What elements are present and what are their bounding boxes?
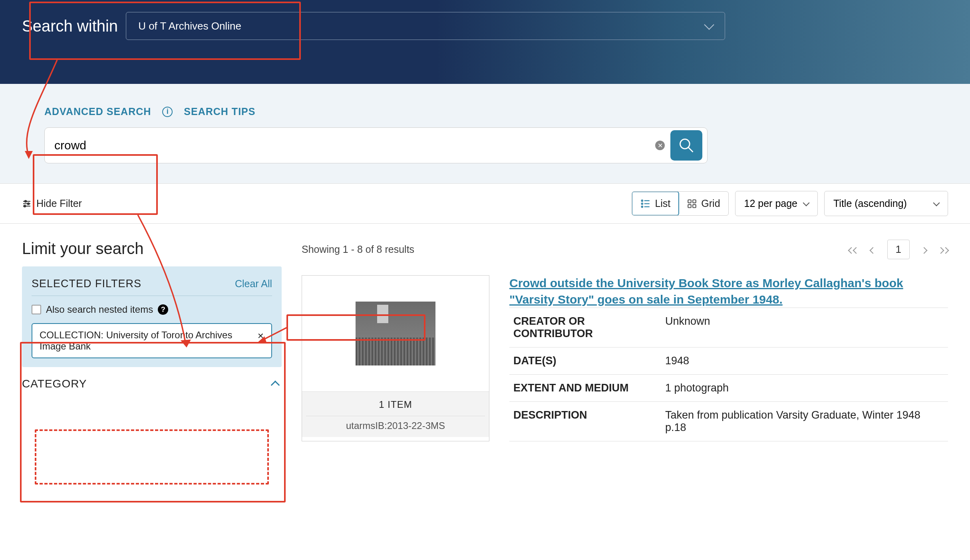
result-title-link[interactable]: Crowd outside the University Book Store … — [509, 276, 903, 306]
per-page-label: 12 per page — [744, 198, 797, 209]
chevron-down-icon — [704, 20, 714, 30]
list-icon — [640, 199, 651, 209]
svg-rect-15 — [693, 200, 696, 203]
pager-prev[interactable] — [871, 243, 875, 256]
pager-first[interactable] — [849, 243, 859, 256]
chevron-up-icon — [271, 381, 280, 390]
meta-row: CREATOR OR CONTRIBUTOR Unknown — [509, 308, 948, 348]
item-ref-id: utarmsIB:2013-22-3MS — [306, 420, 485, 431]
hide-filter-label: Hide Filter — [36, 198, 82, 209]
svg-point-0 — [680, 139, 690, 149]
svg-rect-14 — [688, 200, 692, 203]
view-list-button[interactable]: List — [632, 191, 679, 216]
pager-last[interactable] — [938, 243, 948, 256]
results-count: Showing 1 - 8 of 8 results — [302, 244, 414, 255]
svg-point-8 — [642, 200, 643, 201]
search-box: ✕ — [44, 127, 708, 163]
result-row: 1 ITEM utarmsIB:2013-22-3MS Crowd outsid… — [302, 275, 948, 441]
meta-row: DATE(S) 1948 — [509, 348, 948, 375]
search-input[interactable] — [54, 139, 655, 152]
nested-items-checkbox[interactable] — [32, 305, 41, 314]
limit-search-heading: Limit your search — [22, 240, 282, 258]
search-tips-link[interactable]: SEARCH TIPS — [184, 106, 255, 117]
per-page-select[interactable]: 12 per page — [735, 191, 818, 216]
view-grid-label: Grid — [701, 198, 720, 209]
svg-rect-17 — [693, 205, 696, 208]
chevron-down-icon — [933, 199, 940, 206]
clear-search-icon[interactable]: ✕ — [655, 141, 665, 150]
pagination: 1 — [849, 240, 948, 259]
view-grid-button[interactable]: Grid — [679, 192, 728, 215]
help-icon[interactable]: ? — [158, 304, 168, 315]
meta-key: CREATOR OR CONTRIBUTOR — [509, 308, 661, 348]
filter-chip-text: COLLECTION: University of Toronto Archiv… — [40, 330, 253, 352]
sort-select[interactable]: Title (ascending) — [824, 191, 948, 216]
search-button[interactable] — [670, 130, 702, 161]
svg-point-12 — [642, 206, 643, 207]
clear-all-link[interactable]: Clear All — [235, 278, 272, 290]
meta-value: 1 photograph — [661, 375, 948, 402]
facet-category-header[interactable]: CATEGORY — [22, 367, 282, 394]
result-thumbnail-card[interactable]: 1 ITEM utarmsIB:2013-22-3MS — [302, 275, 489, 441]
meta-key: DESCRIPTION — [509, 402, 661, 441]
meta-key: DATE(S) — [509, 348, 661, 375]
meta-value: Unknown — [661, 308, 948, 348]
svg-line-1 — [689, 148, 693, 152]
search-within-select[interactable]: U of T Archives Online — [126, 12, 725, 40]
remove-filter-icon[interactable]: ✕ — [257, 331, 264, 341]
filter-chip-collection: COLLECTION: University of Toronto Archiv… — [32, 323, 272, 358]
facet-category-label: CATEGORY — [22, 377, 87, 390]
chevron-down-icon — [803, 199, 810, 206]
meta-row: EXTENT AND MEDIUM 1 photograph — [509, 375, 948, 402]
advanced-search-link[interactable]: ADVANCED SEARCH — [44, 106, 151, 117]
selected-filters-panel: SELECTED FILTERS Clear All Also search n… — [22, 266, 282, 367]
meta-value: Taken from publication Varsity Graduate,… — [661, 402, 948, 441]
pager-next[interactable] — [922, 243, 926, 256]
hide-filter-button[interactable]: Hide Filter — [22, 198, 82, 209]
meta-row: DESCRIPTION Taken from publication Varsi… — [509, 402, 948, 441]
grid-icon — [687, 199, 697, 209]
item-count-label: 1 ITEM — [306, 399, 485, 416]
sort-label: Title (ascending) — [833, 198, 907, 209]
view-list-label: List — [655, 198, 670, 209]
svg-point-10 — [642, 203, 643, 204]
search-within-value: U of T Archives Online — [138, 20, 241, 32]
nested-items-label: Also search nested items — [46, 304, 153, 315]
pager-current-page[interactable]: 1 — [887, 240, 910, 259]
meta-value: 1948 — [661, 348, 948, 375]
meta-key: EXTENT AND MEDIUM — [509, 375, 661, 402]
thumbnail-image — [356, 302, 435, 365]
search-icon — [678, 137, 695, 154]
selected-filters-label: SELECTED FILTERS — [32, 278, 141, 290]
search-within-label: Search within — [22, 17, 118, 35]
svg-rect-16 — [688, 205, 692, 208]
info-icon: i — [162, 107, 173, 117]
filter-sliders-icon — [22, 199, 32, 209]
